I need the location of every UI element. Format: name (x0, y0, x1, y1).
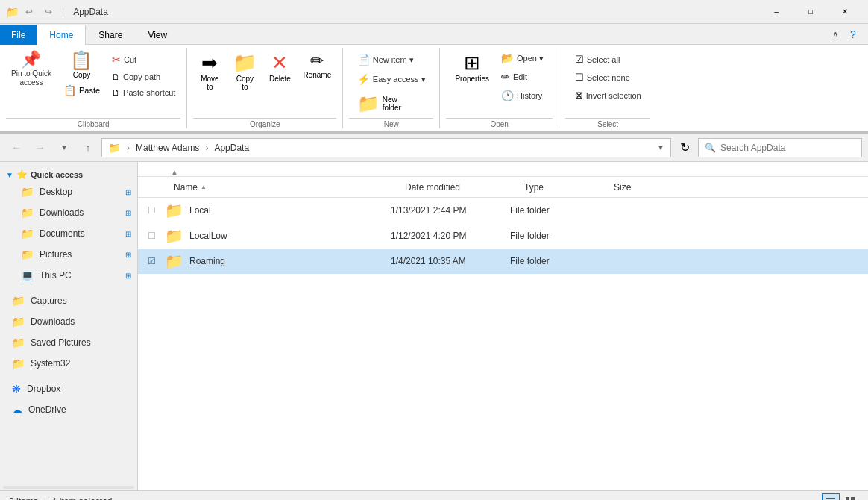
move-to-button[interactable]: ➡ Move to (193, 48, 226, 95)
sidebar-item-downloads-2[interactable]: 📁 Downloads (0, 311, 137, 332)
paste-icon: 📋 (63, 84, 76, 96)
copy-label: Copy (73, 71, 90, 79)
open-button[interactable]: 📂 Open ▾ (496, 49, 549, 67)
path-separator-1: › (127, 143, 130, 153)
tab-file[interactable]: File (0, 25, 37, 45)
properties-label: Properties (455, 75, 489, 83)
col-header-type[interactable]: Type (518, 177, 608, 197)
cut-button[interactable]: ✂ Cut (107, 51, 180, 69)
back-button[interactable]: ← (6, 137, 27, 158)
sidebar-scrollbar[interactable] (3, 486, 134, 489)
select-all-button[interactable]: ☑ Select all (570, 51, 647, 68)
downloads-2-label: Downloads (31, 316, 131, 327)
rename-button[interactable]: ✏ Rename (298, 48, 336, 83)
rename-label: Rename (303, 71, 331, 79)
open-label: Open (446, 118, 553, 128)
ribbon-group-open: ⊞ Properties 📂 Open ▾ ✏ Edit 🕐 History (440, 48, 559, 128)
close-button[interactable]: ✕ (828, 0, 862, 24)
copy-path-button[interactable]: 🗋 Copy path (107, 69, 180, 84)
recent-locations-button[interactable]: ▼ (54, 137, 75, 158)
edit-button[interactable]: ✏ Edit (496, 68, 549, 86)
pin-to-quick-access-button[interactable]: 📌 Pin to Quick access (6, 48, 57, 91)
maximize-button[interactable]: □ (793, 0, 828, 24)
address-path[interactable]: 📁 › Matthew Adams › AppData ▼ (101, 138, 671, 157)
downloads-2-icon: 📁 (12, 316, 25, 328)
this-pc-pin-icon: ⊞ (125, 272, 131, 280)
delete-label: Delete (269, 75, 291, 83)
cut-copy-column: ✂ Cut 🗋 Copy path 🗋 Paste shortcut (107, 48, 180, 100)
search-input[interactable] (720, 143, 855, 153)
folder-icon-roaming: 📁 (165, 252, 183, 270)
file-row-roaming[interactable]: ☑ 📁 Roaming 1/4/2021 10:35 AM File folde… (138, 249, 868, 274)
filename-local: Local (189, 205, 391, 216)
paste-button[interactable]: 📋 Paste (58, 82, 105, 99)
onedrive-label: OneDrive (28, 404, 131, 415)
checkbox-icon-2: ☐ (148, 231, 156, 241)
sidebar-item-dropbox[interactable]: ❋ Dropbox (0, 378, 137, 399)
copy-to-button[interactable]: 📁 Copy to (227, 48, 262, 95)
redo-button[interactable]: ↪ (40, 3, 57, 21)
invert-selection-button[interactable]: ⊠ Invert selection (570, 87, 647, 104)
captures-label: Captures (31, 296, 131, 306)
col-header-size[interactable]: Size (608, 177, 667, 197)
filename-locallow: LocalLow (189, 231, 391, 241)
tab-home[interactable]: Home (37, 25, 86, 45)
quick-access-label: Quick access (31, 170, 83, 179)
ribbon-collapse-button[interactable]: ∧ (826, 26, 844, 43)
file-checkbox-locallow[interactable]: ☐ (144, 228, 159, 243)
file-checkbox-local[interactable]: ☐ (144, 203, 159, 218)
sidebar-item-this-pc[interactable]: 💻 This PC ⊞ (0, 265, 137, 286)
new-item-icon: 📄 (357, 54, 370, 66)
minimize-button[interactable]: – (759, 0, 793, 24)
copy-to-label: Copy to (236, 75, 254, 91)
details-view-button[interactable] (822, 493, 840, 501)
tab-share[interactable]: Share (86, 25, 135, 45)
cut-icon: ✂ (112, 54, 121, 66)
easy-access-button[interactable]: ⚡ Easy access ▾ (352, 70, 431, 88)
up-button[interactable]: ↑ (78, 137, 98, 158)
dropbox-label: Dropbox (27, 384, 131, 394)
easy-access-icon: ⚡ (357, 73, 370, 85)
desktop-label: Desktop (40, 187, 119, 197)
col-header-name[interactable]: Name ▲ (168, 177, 399, 197)
file-row-locallow[interactable]: ☐ 📁 LocalLow 1/12/2021 4:20 PM File fold… (138, 223, 868, 249)
saved-pictures-label: Saved Pictures (31, 337, 131, 348)
new-folder-button[interactable]: 📁 New folder (352, 91, 406, 116)
sidebar-item-downloads-1[interactable]: 📁 Downloads ⊞ (0, 202, 137, 223)
organize-items: ➡ Move to 📁 Copy to ✕ Delete ✏ Rename (193, 48, 336, 116)
refresh-button[interactable]: ↻ (674, 137, 695, 158)
desktop-pin-icon: ⊞ (125, 188, 131, 196)
sort-arrow-icon: ▲ (201, 184, 207, 190)
file-checkbox-roaming[interactable]: ☑ (144, 254, 159, 269)
statusbar-view-controls (822, 493, 859, 501)
ribbon-group-new: 📄 New item ▾ ⚡ Easy access ▾ 📁 New folde… (343, 48, 440, 128)
sidebar-item-pictures[interactable]: 📁 Pictures ⊞ (0, 244, 137, 265)
sidebar-item-system32[interactable]: 📁 System32 (0, 353, 137, 374)
folder-icon-local: 📁 (165, 201, 183, 219)
main-area: ▼ ⭐ Quick access 📁 Desktop ⊞ 📁 Downloads… (0, 162, 868, 490)
delete-button[interactable]: ✕ Delete (263, 48, 296, 87)
tab-view[interactable]: View (135, 25, 180, 45)
sidebar-item-onedrive[interactable]: ☁ OneDrive (0, 399, 137, 420)
filelist: ▲ Name ▲ Date modified Type Size ☐ 📁 (138, 162, 868, 490)
item-count: 3 items (9, 496, 38, 501)
file-row-local[interactable]: ☐ 📁 Local 1/13/2021 2:44 PM File folder (138, 198, 868, 223)
history-button[interactable]: 🕐 History (496, 87, 549, 104)
copy-button[interactable]: 📋 Copy (58, 48, 105, 81)
statusbar-sep: | (44, 496, 46, 501)
sidebar-item-saved-pictures[interactable]: 📁 Saved Pictures (0, 332, 137, 353)
sidebar-item-documents[interactable]: 📁 Documents ⊞ (0, 223, 137, 244)
sidebar-item-captures[interactable]: 📁 Captures (0, 290, 137, 311)
sidebar-item-desktop[interactable]: 📁 Desktop ⊞ (0, 181, 137, 202)
properties-button[interactable]: ⊞ Properties (450, 48, 494, 87)
paste-shortcut-button[interactable]: 🗋 Paste shortcut (107, 85, 180, 100)
new-item-button[interactable]: 📄 New item ▾ (352, 51, 431, 69)
sidebar-section-quick-access[interactable]: ▼ ⭐ Quick access (0, 165, 137, 181)
help-button[interactable]: ? (844, 26, 862, 43)
forward-button[interactable]: → (30, 137, 51, 158)
captures-icon: 📁 (12, 295, 25, 307)
large-icons-view-button[interactable] (841, 493, 859, 501)
select-none-button[interactable]: ☐ Select none (570, 69, 647, 86)
col-header-date[interactable]: Date modified (399, 177, 518, 197)
undo-button[interactable]: ↩ (20, 3, 38, 21)
